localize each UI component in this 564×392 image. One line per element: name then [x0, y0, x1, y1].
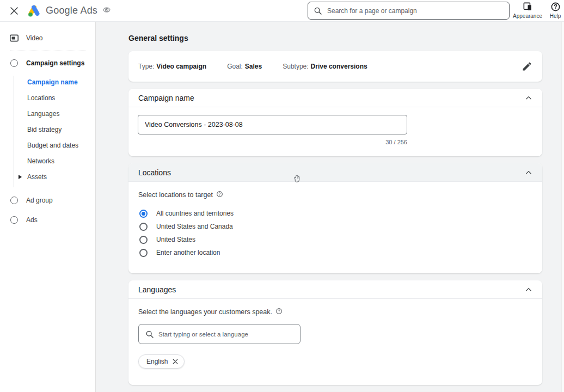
campaign-summary-card: Type:Video campaign Goal:Sales Subtype:D…: [128, 51, 542, 82]
goal-value: Sales: [245, 63, 262, 70]
sidebar-step-ad-group[interactable]: Ad group: [0, 194, 95, 207]
radio-label: Enter another location: [156, 249, 220, 256]
languages-header[interactable]: Languages: [128, 280, 542, 299]
brand-name: Google Ads: [46, 5, 97, 16]
language-search-input[interactable]: [158, 331, 293, 338]
campaign-type: Type:Video campaign: [138, 63, 206, 70]
appearance-icon: [511, 1, 544, 13]
search-icon: [145, 330, 154, 339]
campaign-name-card: Campaign name 30 / 256: [128, 89, 542, 156]
languages-card: Languages Select the languages your cust…: [128, 280, 542, 385]
video-icon: [10, 34, 19, 42]
radio-label: All countries and territories: [156, 210, 234, 217]
radio-icon: [139, 223, 148, 231]
sidebar-divider: [10, 51, 86, 51]
radio-united-states[interactable]: United States: [139, 233, 532, 246]
sidebar-item-campaign-name[interactable]: Campaign name: [0, 75, 95, 90]
radio-icon: [139, 210, 148, 218]
help-button[interactable]: Help: [544, 1, 564, 19]
campaign-subtype: Subtype:Drive conversions: [283, 63, 367, 70]
search-input[interactable]: [327, 7, 504, 15]
sidebar-item-label: Video: [26, 34, 42, 42]
close-icon[interactable]: [9, 6, 19, 16]
sidebar-item-label: Assets: [27, 173, 47, 181]
radio-label: United States: [156, 236, 195, 243]
locations-card: Locations Select locations to target All…: [128, 163, 542, 273]
sidebar-item-networks[interactable]: Networks: [0, 154, 95, 169]
subtype-label: Subtype:: [283, 63, 308, 70]
sidebar-item-bid-strategy[interactable]: Bid strategy: [0, 122, 95, 138]
card-title: Locations: [138, 168, 171, 177]
step-label: Ads: [26, 216, 38, 224]
step-label: Ad group: [26, 197, 53, 204]
chip-label: English: [146, 358, 168, 365]
subtype-value: Drive conversions: [311, 63, 367, 70]
main-content: General settings Type:Video campaign Goa…: [96, 22, 564, 392]
type-value: Video campaign: [156, 63, 206, 70]
campaign-goal: Goal:Sales: [227, 63, 262, 70]
help-circle-icon[interactable]: [216, 191, 223, 199]
type-label: Type:: [138, 63, 154, 70]
radio-all-countries[interactable]: All countries and territories: [139, 207, 532, 220]
goal-label: Goal:: [227, 63, 243, 70]
languages-question: Select the languages your customers spea…: [138, 308, 272, 316]
help-icon: [544, 1, 564, 13]
scrollbar-track[interactable]: [561, 22, 564, 392]
triangle-right-icon: [19, 175, 22, 179]
navigation-sidebar: Video Campaign settings Campaign name Lo…: [0, 22, 96, 392]
edit-pencil-icon[interactable]: [522, 61, 532, 72]
chevron-up-icon[interactable]: [525, 94, 532, 102]
locations-question: Select locations to target: [138, 191, 213, 199]
step-circle-icon: [10, 196, 19, 205]
sidebar-step-ads[interactable]: Ads: [0, 213, 95, 226]
step-circle-icon: [10, 59, 19, 68]
radio-us-and-canada[interactable]: United States and Canada: [139, 220, 532, 233]
card-title: Languages: [138, 285, 176, 294]
language-search-box[interactable]: [138, 324, 301, 344]
character-counter: 30 / 256: [138, 139, 407, 145]
radio-label: United States and Canada: [156, 223, 233, 230]
sidebar-step-campaign-settings[interactable]: Campaign settings: [0, 57, 95, 70]
page-title: General settings: [128, 34, 542, 42]
language-chip-english[interactable]: English: [138, 354, 185, 369]
radio-enter-another-location[interactable]: Enter another location: [139, 246, 532, 259]
campaign-name-input[interactable]: [138, 115, 407, 134]
chevron-up-icon[interactable]: [525, 169, 532, 176]
search-icon: [314, 7, 322, 15]
locations-header[interactable]: Locations: [128, 163, 542, 182]
step-circle-icon: [10, 216, 19, 224]
step-label: Campaign settings: [26, 59, 84, 67]
sidebar-item-video[interactable]: Video: [0, 32, 95, 45]
sidebar-item-locations[interactable]: Locations: [0, 90, 95, 106]
chevron-up-icon[interactable]: [525, 286, 532, 293]
campaign-settings-sub-list: Campaign name Locations Languages Bid st…: [0, 75, 95, 185]
radio-icon: [139, 249, 148, 257]
chip-close-icon[interactable]: [172, 358, 179, 365]
google-ads-logo-icon[interactable]: Google Ads: [27, 3, 111, 18]
sidebar-item-budget-and-dates[interactable]: Budget and dates: [0, 138, 95, 154]
global-search[interactable]: [308, 2, 510, 20]
card-title: Campaign name: [138, 94, 194, 102]
top-bar: Google Ads Appearance Help: [0, 0, 564, 22]
help-circle-icon[interactable]: [275, 308, 283, 316]
appearance-button[interactable]: Appearance: [511, 1, 544, 19]
campaign-name-header[interactable]: Campaign name: [128, 89, 542, 107]
eye-icon: [103, 6, 111, 16]
help-label: Help: [544, 13, 564, 19]
appearance-label: Appearance: [511, 13, 544, 19]
sidebar-item-languages[interactable]: Languages: [0, 106, 95, 122]
radio-icon: [139, 236, 148, 244]
sidebar-item-assets[interactable]: Assets: [0, 169, 95, 185]
